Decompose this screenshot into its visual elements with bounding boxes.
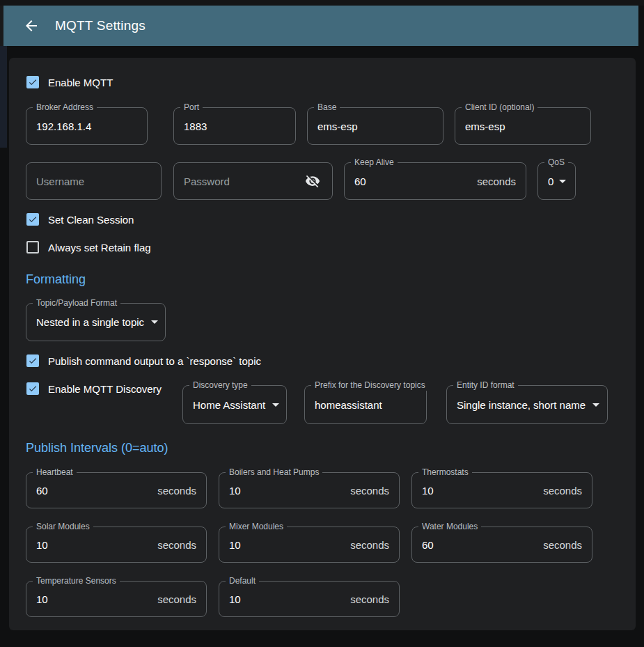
select-value: Single instance, short name <box>457 399 586 411</box>
checkbox-box <box>26 213 39 226</box>
field-suffix: seconds <box>350 539 389 551</box>
temperature-sensors-interval-field[interactable]: Temperature Sensors 10seconds <box>26 581 207 617</box>
field-value: ems-esp <box>465 120 505 132</box>
field-value: ems-esp <box>317 120 358 132</box>
app-bar: MQTT Settings <box>3 6 638 46</box>
checkmark-icon <box>28 383 38 394</box>
dropdown-arrow-icon <box>559 180 566 183</box>
select-value: Home Assistant <box>193 399 265 411</box>
boilers-interval-field[interactable]: Boilers and Heat Pumps 10seconds <box>219 472 400 508</box>
base-field[interactable]: Base ems-esp <box>307 107 443 145</box>
formatting-heading: Formatting <box>26 272 86 287</box>
field-value: 10 <box>36 539 48 551</box>
sidebar-edge <box>0 46 7 148</box>
client-id-field[interactable]: Client ID (optional) ems-esp <box>455 107 591 145</box>
field-value: 60 <box>422 539 434 551</box>
field-placeholder: Username <box>36 176 84 187</box>
field-suffix: seconds <box>350 485 389 497</box>
publish-intervals-heading: Publish Intervals (0=auto) <box>26 441 168 455</box>
broker-address-field[interactable]: Broker Address 192.168.1.4 <box>26 107 148 145</box>
field-value: 192.168.1.4 <box>36 120 91 132</box>
enable-mqtt-checkbox[interactable]: Enable MQTT <box>26 75 113 89</box>
field-label: Prefix for the Discovery topics <box>311 380 429 391</box>
field-value: 60 <box>354 176 366 187</box>
arrow-back-icon <box>23 17 40 34</box>
checkbox-label: Always set Retain flag <box>48 242 151 254</box>
keep-alive-field[interactable]: Keep Alive 60 seconds <box>344 162 526 200</box>
discovery-type-select[interactable]: Discovery type Home Assistant <box>182 385 287 424</box>
checkmark-icon <box>28 214 38 225</box>
settings-card: Enable MQTT Broker Address 192.168.1.4 P… <box>9 58 636 630</box>
window-left-edge <box>0 6 3 46</box>
field-label: Water Modules <box>418 522 481 532</box>
username-field[interactable]: Username <box>26 162 162 200</box>
field-label: Mixer Modules <box>226 522 287 532</box>
field-value: 10 <box>422 485 434 497</box>
checkbox-label: Publish command output to a `response` t… <box>48 355 261 367</box>
field-suffix: seconds <box>543 539 582 551</box>
checkbox-label: Enable MQTT <box>48 77 113 88</box>
field-label: QoS <box>544 157 568 168</box>
clean-session-checkbox[interactable]: Set Clean Session <box>26 212 134 226</box>
password-field[interactable]: Password <box>173 162 333 200</box>
field-label: Topic/Payload Format <box>33 298 120 309</box>
field-value: 10 <box>229 485 241 497</box>
checkbox-box <box>26 76 39 88</box>
checkmark-icon <box>28 355 38 366</box>
field-label: Boilers and Heat Pumps <box>226 467 322 478</box>
field-suffix: seconds <box>157 593 196 605</box>
mixer-interval-field[interactable]: Mixer Modules 10seconds <box>219 527 400 563</box>
field-value: 1883 <box>184 120 207 132</box>
page-title: MQTT Settings <box>55 18 146 33</box>
field-placeholder: Password <box>184 176 230 187</box>
qos-select[interactable]: QoS 0 <box>537 162 576 200</box>
field-label: Keep Alive <box>351 157 398 168</box>
field-suffix: seconds <box>477 176 516 187</box>
entity-id-format-select[interactable]: Entity ID format Single instance, short … <box>446 385 608 424</box>
mqtt-discovery-checkbox[interactable]: Enable MQTT Discovery <box>26 382 162 396</box>
publish-response-checkbox[interactable]: Publish command output to a `response` t… <box>26 354 261 368</box>
checkbox-box <box>26 241 39 254</box>
thermostats-interval-field[interactable]: Thermostats 10seconds <box>411 472 592 508</box>
field-value: 10 <box>36 593 48 605</box>
checkbox-label: Set Clean Session <box>48 214 134 226</box>
default-interval-field[interactable]: Default 10seconds <box>219 581 400 617</box>
field-label: Entity ID format <box>453 380 518 391</box>
checkbox-box <box>26 382 39 395</box>
topic-format-select[interactable]: Topic/Payload Format Nested in a single … <box>26 303 166 341</box>
dropdown-arrow-icon <box>592 403 599 407</box>
checkbox-box <box>26 354 39 367</box>
field-value: 10 <box>229 539 241 551</box>
field-value: 10 <box>229 593 241 605</box>
back-button[interactable] <box>17 12 45 40</box>
solar-interval-field[interactable]: Solar Modules 10seconds <box>26 527 207 563</box>
discovery-prefix-field[interactable]: Prefix for the Discovery topics homeassi… <box>304 385 427 424</box>
field-label: Broker Address <box>33 102 97 113</box>
field-label: Temperature Sensors <box>33 576 120 586</box>
field-label: Thermostats <box>418 467 472 478</box>
port-field[interactable]: Port 1883 <box>173 107 296 145</box>
retain-flag-checkbox[interactable]: Always set Retain flag <box>26 240 151 254</box>
checkbox-label: Enable MQTT Discovery <box>48 383 162 395</box>
field-label: Client ID (optional) <box>462 102 537 113</box>
field-label: Heartbeat <box>33 467 77 478</box>
dropdown-arrow-icon <box>151 320 158 324</box>
field-suffix: seconds <box>157 539 196 551</box>
select-value: 0 <box>548 176 553 187</box>
field-suffix: seconds <box>543 485 582 497</box>
dropdown-arrow-icon <box>272 403 279 407</box>
field-suffix: seconds <box>157 485 196 497</box>
select-value: Nested in a single topic <box>36 316 144 328</box>
field-label: Solar Modules <box>33 522 93 532</box>
field-value: 60 <box>36 485 48 497</box>
field-suffix: seconds <box>350 593 389 605</box>
mqtt-settings-page: MQTT Settings Enable MQTT Broker Address… <box>0 0 644 647</box>
field-label: Default <box>226 576 259 586</box>
visibility-off-icon <box>305 173 320 189</box>
water-interval-field[interactable]: Water Modules 60seconds <box>411 527 592 563</box>
heartbeat-interval-field[interactable]: Heartbeat 60seconds <box>26 472 207 508</box>
field-label: Port <box>180 102 203 113</box>
window-top-strip <box>0 0 644 6</box>
field-value: homeassistant <box>315 399 382 411</box>
toggle-password-visibility-button[interactable] <box>303 171 322 191</box>
